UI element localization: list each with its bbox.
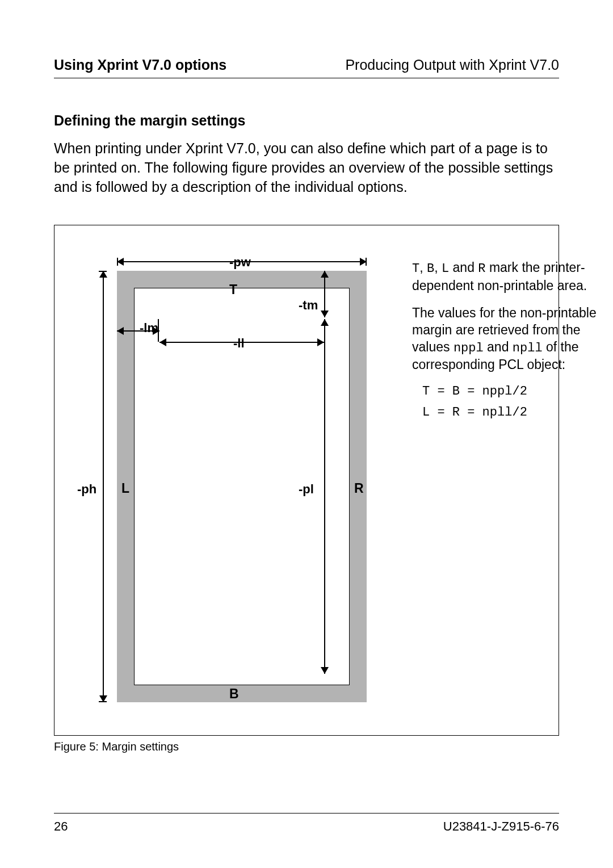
label-L: L xyxy=(121,481,129,496)
page-number: 26 xyxy=(54,819,68,834)
arrow-down-icon xyxy=(99,695,107,702)
sep: , xyxy=(434,260,442,275)
code-npll: npll xyxy=(513,341,543,355)
code-L: L xyxy=(442,262,449,276)
page-header: Using Xprint V7.0 options Producing Outp… xyxy=(54,57,559,78)
option-pw: -pw xyxy=(229,255,251,270)
arrow-down-icon xyxy=(321,667,329,674)
code-nppl: nppl xyxy=(454,341,484,355)
code-T: T xyxy=(412,262,419,276)
option-ll: -ll xyxy=(233,336,245,351)
arrow-up-icon xyxy=(321,271,329,278)
option-lm: -lm xyxy=(140,321,158,336)
body-paragraph: When printing under Xprint V7.0, you can… xyxy=(54,139,559,196)
arrow-right-icon xyxy=(317,338,324,346)
figure-side-text: T, B, L and R mark the printer-dependent… xyxy=(412,259,599,425)
equation-2: L = R = npll/2 xyxy=(422,405,599,421)
figure-caption: Figure 5: Margin settings xyxy=(54,740,559,753)
margin-diagram: T B L R -pw -ph -tm -lm -ll -pl xyxy=(72,242,389,719)
option-tm: -tm xyxy=(299,298,318,313)
arrow-up-icon xyxy=(321,319,329,326)
arrow-right-icon xyxy=(360,258,367,266)
header-left: Using Xprint V7.0 options xyxy=(54,57,226,73)
page-footer: 26 U23841-J-Z915-6-76 xyxy=(54,813,559,834)
code-B: B xyxy=(427,262,434,276)
figure-box: T B L R -pw -ph -tm -lm -ll -pl T, B, L … xyxy=(54,225,559,736)
page-outline-gray xyxy=(117,271,367,702)
label-B: B xyxy=(229,686,239,702)
equation-1: T = B = nppl/2 xyxy=(422,384,599,400)
side-p2-mid: and xyxy=(484,339,513,354)
arrow-left-icon xyxy=(117,258,124,266)
arrow-left-icon xyxy=(159,338,166,346)
arrow-up-icon xyxy=(99,271,107,278)
option-ph: -ph xyxy=(77,482,96,497)
header-right: Producing Output with Xprint V7.0 xyxy=(345,57,559,73)
code-R: R xyxy=(478,262,485,276)
doc-id: U23841-J-Z915-6-76 xyxy=(443,819,559,834)
pl-dimension-line xyxy=(324,319,325,674)
side-p2: The values for the non-printable margin … xyxy=(412,305,599,374)
label-T: T xyxy=(229,282,237,297)
arrow-down-icon xyxy=(321,311,329,317)
label-R: R xyxy=(354,481,364,496)
side-p1: T, B, L and R mark the printer-dependent… xyxy=(412,259,599,294)
ph-dimension-line xyxy=(103,271,104,702)
sep: and xyxy=(449,260,478,275)
sep: , xyxy=(419,260,427,275)
arrow-left-icon xyxy=(117,327,124,335)
option-pl: -pl xyxy=(299,482,314,497)
section-title: Defining the margin settings xyxy=(54,112,559,129)
